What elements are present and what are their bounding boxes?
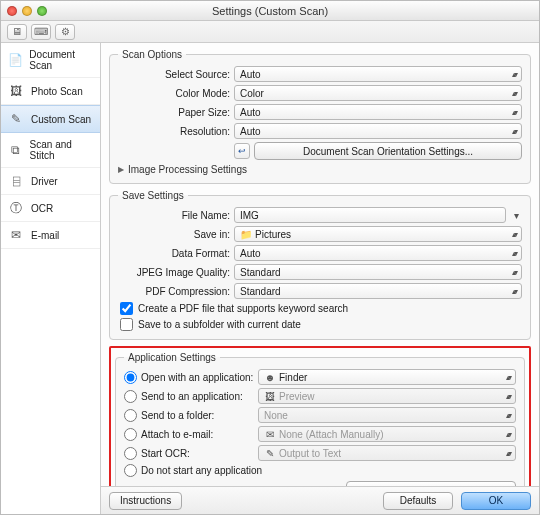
application-settings-group: Application Settings Open with an applic… [115, 352, 525, 486]
sliders-icon: ⚙ [61, 26, 70, 37]
stitch-icon: ⧉ [7, 143, 24, 157]
send-to-folder-radio[interactable]: Send to a folder: [124, 409, 254, 422]
paper-size-dropdown[interactable]: Auto▴▾ [234, 104, 522, 120]
document-icon: 📄 [7, 53, 23, 67]
sidebar-item-driver[interactable]: ⌸ Driver [1, 168, 100, 195]
folder-icon: 📁 [240, 229, 252, 240]
sidebar-item-email[interactable]: ✉ E-mail [1, 222, 100, 249]
scanner-icon: ⌨ [34, 26, 48, 37]
email-icon: ✉ [7, 228, 25, 242]
preview-icon: 🖼 [264, 391, 276, 402]
toolbar-scan-from-panel[interactable]: ⌨ [31, 24, 51, 40]
do-not-start-radio[interactable]: Do not start any application [124, 464, 516, 477]
jpeg-quality-dropdown[interactable]: Standard▴▾ [234, 264, 522, 280]
defaults-button[interactable]: Defaults [383, 492, 453, 510]
toolbar-scan-from-computer[interactable]: 🖥 [7, 24, 27, 40]
data-format-dropdown[interactable]: Auto▴▾ [234, 245, 522, 261]
sidebar-item-document-scan[interactable]: 📄 Document Scan [1, 43, 100, 78]
chevron-updown-icon: ▴▾ [506, 373, 510, 382]
sidebar-item-custom-scan[interactable]: ✎ Custom Scan [1, 105, 100, 133]
chevron-updown-icon: ▴▾ [506, 411, 510, 420]
save-in-dropdown[interactable]: 📁Pictures▴▾ [234, 226, 522, 242]
sidebar: 📄 Document Scan 🖼 Photo Scan ✎ Custom Sc… [1, 43, 101, 514]
save-in-label: Save in: [118, 229, 230, 240]
sidebar-label: Driver [31, 176, 58, 187]
sidebar-label: OCR [31, 203, 53, 214]
sidebar-item-scan-and-stitch[interactable]: ⧉ Scan and Stitch [1, 133, 100, 168]
subfolder-date-checkbox[interactable]: Save to a subfolder with current date [120, 318, 522, 331]
settings-window: Settings (Custom Scan) 🖥 ⌨ ⚙ 📄 Document … [0, 0, 540, 515]
ocr-icon: Ⓣ [7, 201, 25, 215]
chevron-updown-icon: ▴▾ [512, 287, 516, 296]
file-name-label: File Name: [118, 210, 230, 221]
send-to-app-dropdown[interactable]: 🖼Preview▴▾ [258, 388, 516, 404]
color-mode-dropdown[interactable]: Color▴▾ [234, 85, 522, 101]
custom-icon: ✎ [7, 112, 25, 126]
select-source-dropdown[interactable]: Auto▴▾ [234, 66, 522, 82]
sidebar-label: E-mail [31, 230, 59, 241]
text-icon: ✎ [264, 448, 276, 459]
chevron-updown-icon: ▴▾ [512, 230, 516, 239]
paper-size-label: Paper Size: [118, 107, 230, 118]
sidebar-label: Custom Scan [31, 114, 91, 125]
sidebar-label: Photo Scan [31, 86, 83, 97]
image-processing-label: Image Processing Settings [128, 164, 247, 175]
keyword-search-checkbox[interactable]: Create a PDF file that supports keyword … [120, 302, 522, 315]
file-name-input[interactable]: IMG [234, 207, 506, 223]
save-settings-group: Save Settings File Name: IMG ▾ Save in: … [109, 190, 531, 340]
attach-email-dropdown[interactable]: ✉None (Attach Manually)▴▾ [258, 426, 516, 442]
monitor-icon: 🖥 [12, 26, 22, 37]
triangle-right-icon: ▶ [118, 165, 124, 174]
sidebar-label: Document Scan [29, 49, 94, 71]
chevron-updown-icon: ▴▾ [506, 449, 510, 458]
scan-options-legend: Scan Options [118, 49, 186, 60]
pdf-compression-dropdown[interactable]: Standard▴▾ [234, 283, 522, 299]
titlebar: Settings (Custom Scan) [1, 1, 539, 21]
reset-orientation-button[interactable]: ↩ [234, 143, 250, 159]
scan-options-group: Scan Options Select Source: Auto▴▾ Color… [109, 49, 531, 184]
toolbar: 🖥 ⌨ ⚙ [1, 21, 539, 43]
resolution-label: Resolution: [118, 126, 230, 137]
finder-icon: ☻ [264, 372, 276, 383]
select-source-label: Select Source: [118, 69, 230, 80]
send-to-application-radio[interactable]: Send to an application: [124, 390, 254, 403]
ocr-output-dropdown[interactable]: ✎Output to Text▴▾ [258, 445, 516, 461]
send-to-folder-dropdown[interactable]: None▴▾ [258, 407, 516, 423]
jpeg-quality-label: JPEG Image Quality: [118, 267, 230, 278]
save-settings-legend: Save Settings [118, 190, 188, 201]
chevron-updown-icon: ▴▾ [512, 89, 516, 98]
instructions-button[interactable]: Instructions [109, 492, 182, 510]
attach-to-email-radio[interactable]: Attach to e-mail: [124, 428, 254, 441]
ok-button[interactable]: OK [461, 492, 531, 510]
sidebar-item-photo-scan[interactable]: 🖼 Photo Scan [1, 78, 100, 105]
chevron-updown-icon: ▴▾ [512, 108, 516, 117]
start-ocr-radio[interactable]: Start OCR: [124, 447, 254, 460]
orientation-settings-button[interactable]: Document Scan Orientation Settings... [254, 142, 522, 160]
photo-icon: 🖼 [7, 84, 25, 98]
chevron-updown-icon: ▴▾ [506, 430, 510, 439]
chevron-updown-icon: ▴▾ [512, 249, 516, 258]
application-settings-highlight: Application Settings Open with an applic… [109, 346, 531, 486]
driver-icon: ⌸ [7, 174, 25, 188]
reset-icon: ↩ [238, 146, 246, 156]
chevron-down-icon[interactable]: ▾ [510, 210, 522, 221]
resolution-dropdown[interactable]: Auto▴▾ [234, 123, 522, 139]
sidebar-label: Scan and Stitch [30, 139, 94, 161]
sidebar-item-ocr[interactable]: Ⓣ OCR [1, 195, 100, 222]
toolbar-general-settings[interactable]: ⚙ [55, 24, 75, 40]
open-with-dropdown[interactable]: ☻Finder▴▾ [258, 369, 516, 385]
footer: Instructions Defaults OK [101, 486, 539, 514]
image-processing-disclosure[interactable]: ▶ Image Processing Settings [118, 164, 522, 175]
chevron-updown-icon: ▴▾ [512, 127, 516, 136]
color-mode-label: Color Mode: [118, 88, 230, 99]
application-settings-legend: Application Settings [124, 352, 220, 363]
pdf-compression-label: PDF Compression: [118, 286, 230, 297]
window-title: Settings (Custom Scan) [1, 5, 539, 17]
data-format-label: Data Format: [118, 248, 230, 259]
chevron-updown-icon: ▴▾ [512, 70, 516, 79]
chevron-updown-icon: ▴▾ [512, 268, 516, 277]
open-with-application-radio[interactable]: Open with an application: [124, 371, 254, 384]
chevron-updown-icon: ▴▾ [506, 392, 510, 401]
mail-icon: ✉ [264, 429, 276, 440]
